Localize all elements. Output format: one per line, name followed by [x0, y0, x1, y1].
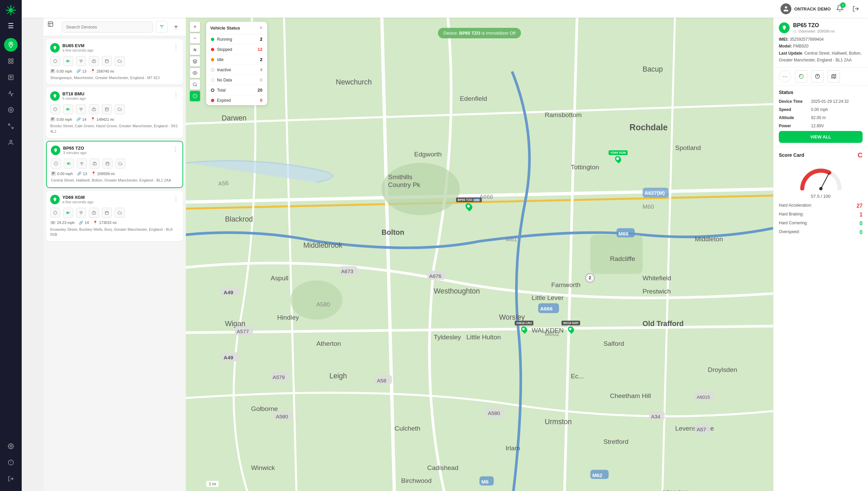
nav-live[interactable]	[4, 103, 18, 117]
svg-text:A57: A57	[697, 427, 706, 432]
device-cloud-icon[interactable]	[115, 158, 125, 169]
map-green-button[interactable]	[190, 91, 200, 101]
device-name: YD69 XGM	[62, 195, 94, 200]
device-menu-button[interactable]: ⋮	[172, 146, 178, 153]
map-area[interactable]: A56 A666 M60 M61 A580 M602 Darwen Newchu…	[186, 18, 773, 491]
nav-info[interactable]	[4, 456, 18, 469]
notifications-button[interactable]: 0	[836, 4, 844, 14]
user-info[interactable]: ONTRACK DEMO	[781, 3, 831, 14]
device-info-icon[interactable]	[50, 208, 60, 218]
detail-google-button[interactable]	[795, 70, 807, 82]
device-cloud-icon[interactable]	[115, 56, 125, 66]
map-north-button[interactable]: N	[190, 45, 200, 55]
device-info-icon[interactable]	[50, 56, 60, 66]
device-card[interactable]: BP65 TZO 3 minutes ago ⋮ P 0.00 mph 🔗 13	[46, 141, 183, 188]
vs-expired-row[interactable]: Expired 0	[206, 95, 267, 105]
vs-idle-row[interactable]: Idle 2	[206, 55, 267, 65]
device-menu-button[interactable]: ⋮	[173, 195, 179, 202]
scorecard-gauge	[779, 163, 863, 190]
vs-close-button[interactable]: ✕	[259, 25, 263, 31]
device-address: Brooks Street, Cale Green, Hazel Grove, …	[50, 124, 179, 134]
map-marker-yd69[interactable]: YD69 XGM	[609, 150, 628, 163]
search-input[interactable]	[62, 21, 153, 33]
detail-map-button[interactable]	[828, 70, 840, 82]
device-calendar-icon[interactable]	[102, 158, 113, 169]
scorecard-hard-corner: Hard Cornering: 0	[779, 221, 863, 227]
nav-map[interactable]	[4, 38, 18, 52]
device-name: BU65 EVM	[62, 43, 94, 48]
detail-apple-button[interactable]	[811, 70, 824, 82]
hamburger-menu[interactable]: ☰	[8, 22, 14, 30]
svg-text:Radcliffe: Radcliffe	[610, 255, 635, 262]
map-search-button[interactable]	[190, 79, 200, 90]
device-calendar-icon[interactable]	[102, 104, 112, 114]
svg-point-10	[10, 43, 12, 44]
device-menu-button[interactable]: ⋮	[173, 43, 179, 51]
svg-text:WALKDEN: WALKDEN	[532, 327, 564, 334]
zoom-in-button[interactable]: +	[190, 22, 200, 32]
vs-running-row[interactable]: Running 2	[206, 34, 267, 44]
map-marker-bp65[interactable]: BP65 TZO A58	[456, 197, 482, 210]
svg-rect-43	[105, 60, 108, 63]
svg-point-19	[8, 108, 14, 113]
map-controls: + − N	[190, 22, 200, 101]
nav-routes[interactable]	[4, 119, 18, 133]
svg-text:Prestwich: Prestwich	[643, 288, 671, 295]
device-calendar-icon[interactable]	[102, 56, 112, 66]
device-card[interactable]: YD69 XGM a few seconds ago ⋮	[46, 191, 183, 242]
device-menu-button[interactable]: ⋮	[173, 91, 179, 99]
device-battery-icon[interactable]	[64, 158, 74, 169]
device-links: 🔗 14	[76, 117, 86, 121]
filter-button[interactable]	[156, 21, 167, 33]
device-engine-icon[interactable]	[89, 56, 99, 66]
device-engine-icon[interactable]	[89, 104, 99, 114]
logout-button[interactable]	[849, 2, 863, 16]
vs-total-row[interactable]: Total 20	[206, 85, 267, 95]
device-engine-icon[interactable]	[89, 208, 99, 218]
device-engine-icon[interactable]	[90, 158, 100, 169]
vs-inactive-row[interactable]: Inactive 4	[206, 65, 267, 75]
device-battery-icon[interactable]	[63, 104, 73, 114]
zoom-out-button[interactable]: −	[190, 33, 200, 43]
map-toggle-button[interactable]	[47, 21, 59, 33]
notification-badge: 0	[840, 2, 846, 8]
map-eye-button[interactable]	[190, 68, 200, 78]
svg-text:A56: A56	[218, 180, 229, 187]
nav-analytics[interactable]	[4, 87, 18, 100]
nav-logout[interactable]	[4, 472, 18, 486]
svg-rect-85	[105, 211, 108, 214]
detail-section-title: Status	[779, 90, 863, 95]
map-scale: 2 mi	[206, 481, 219, 487]
nav-reports[interactable]	[4, 71, 18, 84]
svg-text:A577: A577	[237, 328, 249, 334]
view-all-button[interactable]: VIEW ALL	[779, 131, 863, 143]
map-marker-gm16[interactable]: GM16 LRU	[515, 321, 534, 333]
device-cloud-icon[interactable]	[115, 104, 125, 114]
vs-nodata-row[interactable]: No Data 0	[206, 75, 267, 85]
map-layers-button[interactable]	[190, 56, 200, 67]
device-cloud-icon[interactable]	[115, 208, 125, 218]
nav-settings[interactable]	[4, 439, 18, 453]
device-signal-icon[interactable]	[76, 56, 86, 66]
map-marker-mx16[interactable]: MX16 NXP	[561, 321, 580, 333]
vs-stopped-row[interactable]: Stopped 12	[206, 44, 267, 55]
device-info-icon[interactable]	[51, 158, 61, 169]
device-info-icon[interactable]	[50, 104, 60, 114]
add-device-button[interactable]: +	[170, 21, 182, 33]
device-signal-icon[interactable]	[77, 158, 87, 169]
detail-more-button[interactable]: ⋯	[779, 70, 791, 82]
device-battery-icon[interactable]	[63, 56, 73, 66]
scorecard-score: 57.5 / 100	[779, 194, 863, 199]
device-signal-icon[interactable]	[76, 208, 86, 218]
device-battery-icon[interactable]	[63, 208, 73, 218]
device-card[interactable]: BT18 BMU 5 minutes ago ⋮ P 0.00 mph 🔗 14	[46, 87, 183, 138]
map-marker-cluster[interactable]: 2	[585, 273, 595, 283]
device-calendar-icon[interactable]	[102, 208, 112, 218]
nav-users[interactable]	[4, 136, 18, 149]
nav-dashboard[interactable]	[4, 54, 18, 68]
device-signal-icon[interactable]	[76, 104, 86, 114]
avatar	[781, 3, 791, 14]
map-popup-suffix: is Immobilizer Off	[481, 31, 515, 36]
device-card[interactable]: BU65 EVM a few seconds ago ⋮ P 0.00 mph …	[46, 39, 183, 84]
device-mileage: 📍 258740 mi	[91, 69, 114, 73]
